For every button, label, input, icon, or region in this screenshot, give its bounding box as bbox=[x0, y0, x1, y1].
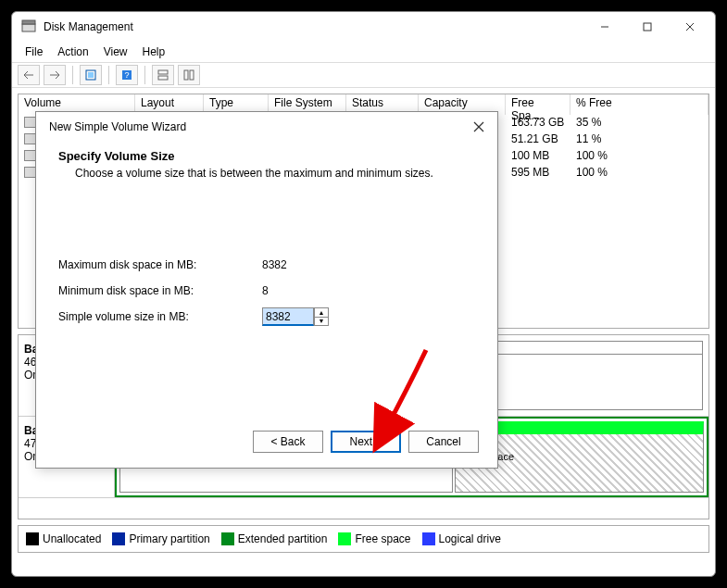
next-button[interactable]: Next > bbox=[331, 431, 401, 453]
menu-help[interactable]: Help bbox=[135, 44, 173, 60]
min-space-value: 8 bbox=[262, 284, 269, 297]
size-label: Simple volume size in MB: bbox=[58, 310, 262, 323]
cell-freespace: 163.73 GB bbox=[506, 116, 570, 131]
nav-forward-icon[interactable] bbox=[44, 65, 66, 85]
spinner-down-icon[interactable]: ▼ bbox=[315, 318, 328, 326]
spinner-up-icon[interactable]: ▲ bbox=[315, 308, 328, 318]
back-button[interactable]: < Back bbox=[253, 431, 323, 453]
svg-rect-1 bbox=[22, 20, 35, 24]
menubar: File Action View Help bbox=[12, 42, 715, 62]
menu-file[interactable]: File bbox=[18, 44, 50, 60]
svg-rect-0 bbox=[22, 24, 35, 31]
cell-freespace: 100 MB bbox=[506, 149, 570, 164]
dialog-title: New Simple Volume Wizard bbox=[49, 120, 466, 133]
toolbar-view2-icon[interactable] bbox=[178, 65, 200, 85]
size-input[interactable] bbox=[262, 307, 314, 326]
cell-pctfree: 100 % bbox=[570, 166, 708, 181]
legend-extended: Extended partition bbox=[221, 532, 328, 546]
cell-pctfree: 100 % bbox=[570, 149, 708, 164]
max-space-label: Maximum disk space in MB: bbox=[58, 258, 262, 271]
maximize-button[interactable] bbox=[626, 12, 669, 42]
size-spinner[interactable]: ▲ ▼ bbox=[314, 307, 329, 326]
cell-pctfree: 35 % bbox=[570, 116, 708, 131]
cell-freespace: 595 MB bbox=[506, 166, 570, 181]
legend-unallocated: Unallocated bbox=[26, 532, 101, 546]
legend: Unallocated Primary partition Extended p… bbox=[18, 525, 709, 553]
menu-view[interactable]: View bbox=[96, 44, 135, 60]
toolbar-view1-icon[interactable] bbox=[152, 65, 174, 85]
min-space-label: Minimum disk space in MB: bbox=[58, 284, 262, 297]
svg-rect-11 bbox=[158, 76, 168, 80]
new-simple-volume-wizard: New Simple Volume Wizard Specify Volume … bbox=[35, 111, 498, 469]
dialog-close-icon[interactable] bbox=[466, 114, 492, 140]
col-freespace[interactable]: Free Spa... bbox=[506, 94, 570, 115]
legend-primary: Primary partition bbox=[112, 532, 209, 546]
app-icon bbox=[21, 19, 36, 34]
svg-rect-12 bbox=[184, 70, 188, 80]
cancel-button[interactable]: Cancel bbox=[408, 431, 479, 453]
toolbar-help-icon[interactable]: ? bbox=[116, 65, 138, 85]
legend-freespace: Free space bbox=[338, 532, 410, 546]
svg-rect-7 bbox=[88, 72, 94, 78]
legend-logical: Logical drive bbox=[422, 532, 501, 546]
window-title: Disk Management bbox=[44, 20, 583, 33]
toolbar-refresh-icon[interactable] bbox=[80, 65, 102, 85]
nav-back-icon[interactable] bbox=[18, 65, 40, 85]
max-space-value: 8382 bbox=[262, 258, 287, 271]
dialog-heading: Specify Volume Size bbox=[58, 149, 475, 163]
col-pctfree[interactable]: % Free bbox=[570, 94, 708, 115]
close-button[interactable] bbox=[669, 12, 711, 42]
cell-pctfree: 11 % bbox=[570, 132, 708, 147]
toolbar: ? bbox=[12, 62, 715, 88]
svg-rect-10 bbox=[158, 70, 168, 74]
dialog-subtext: Choose a volume size that is between the… bbox=[58, 163, 475, 180]
titlebar: Disk Management bbox=[12, 12, 715, 42]
svg-rect-3 bbox=[644, 23, 651, 31]
svg-text:?: ? bbox=[124, 70, 129, 80]
dialog-titlebar: New Simple Volume Wizard bbox=[36, 112, 497, 142]
minimize-button[interactable] bbox=[583, 12, 626, 42]
cell-freespace: 51.21 GB bbox=[506, 132, 570, 147]
menu-action[interactable]: Action bbox=[50, 44, 95, 60]
svg-rect-13 bbox=[190, 70, 194, 80]
